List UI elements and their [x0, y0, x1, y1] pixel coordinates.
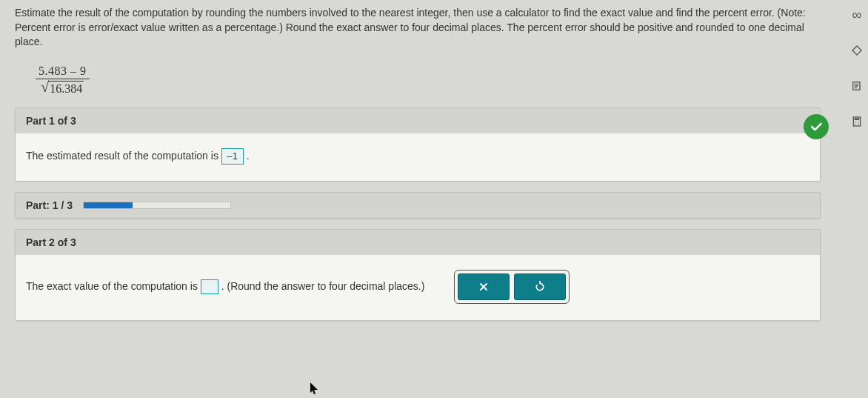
note-icon[interactable]: [849, 79, 864, 93]
formula-radicand: 16.384: [48, 81, 84, 96]
part-1-suffix: .: [247, 150, 250, 162]
formula-numerator: 5.483 – 9: [36, 64, 90, 79]
svg-point-5: [855, 124, 855, 125]
svg-rect-2: [855, 118, 860, 120]
infinity-icon[interactable]: ∞: [849, 7, 864, 22]
part-2-prompt: The exact value of the computation is: [26, 279, 201, 291]
progress-label: Part: 1 / 3: [26, 199, 73, 211]
part-2-suffix: . (Round the answer to four decimal plac…: [221, 279, 425, 291]
part-1-answer-box[interactable]: –1: [221, 148, 244, 165]
part-1-header: Part 1 of 3: [16, 108, 820, 133]
reset-button[interactable]: [514, 273, 566, 300]
cursor-icon: [310, 382, 320, 398]
formula: 5.483 – 9 √ 16.384: [36, 64, 90, 96]
progress-fill: [84, 202, 133, 208]
part-1-prompt: The estimated result of the computation …: [26, 150, 221, 162]
part-2-answer-input[interactable]: [201, 279, 218, 294]
part-2-header: Part 2 of 3: [16, 230, 820, 255]
side-toolbar: ∞: [847, 7, 867, 129]
calculator-icon[interactable]: [849, 114, 864, 129]
diamond-icon[interactable]: [849, 43, 864, 58]
progress-card: Part: 1 / 3: [15, 192, 821, 219]
action-button-group: [454, 270, 570, 304]
part-1-card: Part 1 of 3 The estimated result of the …: [15, 107, 821, 182]
part-2-card: Part 2 of 3 The exact value of the compu…: [15, 229, 821, 321]
svg-point-3: [855, 122, 855, 122]
close-button[interactable]: [458, 273, 510, 300]
question-text: Estimate the result of the computation b…: [15, 6, 821, 50]
correct-check-icon: [804, 114, 829, 139]
svg-point-6: [858, 124, 858, 125]
progress-bar: [83, 202, 231, 209]
close-icon: [478, 281, 490, 293]
reset-icon: [534, 281, 546, 293]
svg-point-4: [858, 122, 858, 122]
